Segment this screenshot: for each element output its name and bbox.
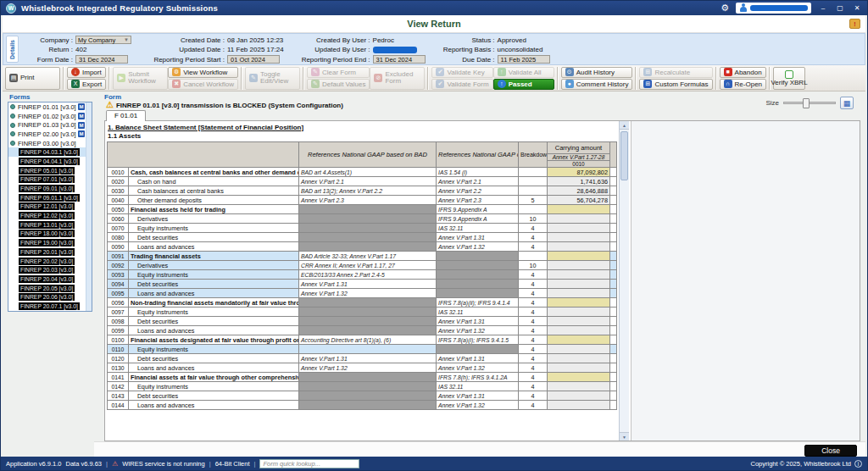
carrying-amount-cell[interactable]: [548, 391, 610, 401]
table-row: 0096Non-trading financial assets mandato…: [108, 298, 617, 308]
forms-list-item[interactable]: FINREP 09.01.1 [v3.0]: [8, 193, 86, 202]
carrying-amount-cell[interactable]: [548, 308, 610, 317]
forms-list-item[interactable]: FINREP 04.04.1 [v3.0]: [8, 157, 86, 166]
custom-formulas-button[interactable]: ⊞Custom Formulas: [639, 79, 712, 90]
reporting-period-start-field[interactable]: 01 Oct 2024: [227, 55, 280, 64]
comment-history-button[interactable]: ●Comment History: [561, 79, 633, 90]
settings-gear-icon[interactable]: ⚙: [721, 3, 729, 13]
carrying-amount-cell[interactable]: [548, 373, 610, 382]
carrying-amount-cell[interactable]: [548, 335, 610, 345]
reporting-period-end-field[interactable]: 31 Dec 2024: [373, 55, 426, 64]
breakdown-cell: 4: [519, 317, 548, 326]
view-workflow-button[interactable]: ⚙View Workflow: [168, 67, 238, 78]
carrying-amount-cell[interactable]: 28,646,888: [548, 186, 610, 196]
forms-list-item[interactable]: FINREP 04.03.1 [v3.0]: [8, 147, 86, 157]
carrying-amount-cell[interactable]: [548, 261, 610, 270]
chart-view-button[interactable]: ▦: [840, 97, 854, 109]
carrying-amount-cell[interactable]: [548, 252, 610, 261]
carrying-amount-cell[interactable]: [548, 326, 610, 335]
forms-list-item[interactable]: FINREP 07.01 [v3.0]: [8, 175, 86, 185]
form-status-dot-icon: [10, 123, 15, 128]
form-tab-f0101[interactable]: F 01.01: [106, 110, 146, 121]
carrying-amount-cell[interactable]: [548, 270, 610, 280]
forms-list-item[interactable]: FINREP 09.01 [v3.0]: [8, 184, 86, 193]
forms-list-item[interactable]: FINREP 20.06 [v3.0]: [8, 292, 86, 302]
info-icon[interactable]: i: [854, 460, 862, 468]
carrying-amount-cell[interactable]: [548, 205, 610, 214]
carrying-amount-cell[interactable]: [548, 214, 610, 224]
print-button[interactable]: ▤Print: [5, 67, 60, 90]
carrying-amount-cell[interactable]: [548, 233, 610, 242]
forms-list-item[interactable]: FINREP 20.07.1 [v3.0]: [8, 302, 86, 311]
form-date-field[interactable]: 31 Dec 2024: [75, 55, 128, 64]
forms-list-item[interactable]: FINREP 12.01 [v3.0]: [8, 202, 86, 212]
filler-cell: [610, 177, 617, 186]
company-select[interactable]: My Company▼: [75, 36, 131, 44]
forms-list-scrollbar[interactable]: [86, 103, 92, 311]
ifrs-reference-cell: [437, 261, 519, 270]
carrying-amount-cell[interactable]: [548, 345, 610, 354]
carrying-amount-cell[interactable]: [548, 224, 610, 233]
carrying-amount-cell[interactable]: [548, 298, 610, 308]
forms-list-item[interactable]: FINREP 01.02 [v3.0]M: [8, 112, 86, 121]
user-account-pill[interactable]: [736, 3, 811, 14]
breakdown-cell: [519, 177, 548, 186]
forms-list-item[interactable]: FINREP 20.01 [v3.0]: [8, 247, 86, 257]
close-window-button[interactable]: ✕: [852, 4, 862, 12]
passed-button[interactable]: ↑Passed: [493, 79, 554, 90]
forms-list-item[interactable]: FINREP 19.00 [v3.0]: [8, 238, 86, 247]
scroll-up-arrow[interactable]: ▲: [620, 121, 629, 130]
forms-list-item[interactable]: FINREP 12.02 [v3.0]: [8, 211, 86, 220]
reopen-button[interactable]: ∩Re-Open: [720, 79, 766, 90]
carrying-amount-cell[interactable]: [548, 382, 610, 391]
export-button[interactable]: XExport: [67, 79, 106, 90]
forms-list-item[interactable]: FINREP 20.03 [v3.0]: [8, 265, 86, 274]
forms-list-item[interactable]: FINREP 20.02 [v3.0]: [8, 257, 86, 266]
carrying-amount-cell[interactable]: 56,704,278: [548, 196, 610, 205]
carrying-amount-cell[interactable]: [548, 354, 610, 363]
import-button[interactable]: ↓Import: [67, 67, 106, 78]
carrying-amount-cell[interactable]: 1,741,636: [548, 177, 610, 186]
restore-button[interactable]: ▢: [835, 4, 845, 12]
minimize-button[interactable]: –: [818, 4, 828, 12]
forms-list-item[interactable]: FINREP 13.01 [v3.0]: [8, 220, 86, 230]
field-label: Updated By User :: [292, 46, 370, 53]
forms-list-item[interactable]: FINREP 02.00 [v3.0]M: [8, 130, 86, 139]
audit-history-button[interactable]: ⊙Audit History: [561, 67, 633, 78]
form-vertical-scrollbar[interactable]: ▲ ▼: [619, 121, 629, 441]
forms-list-item[interactable]: FINREP 05.01 [v3.0]: [8, 166, 86, 175]
alert-icon[interactable]: !: [849, 19, 860, 29]
close-button[interactable]: Close: [804, 445, 857, 457]
breakdown-cell: 4: [519, 280, 548, 289]
breakdown-cell: [519, 252, 548, 261]
row-code: 0099: [108, 326, 129, 335]
verify-xbrl-button[interactable]: Verify XBRL: [773, 67, 805, 90]
scroll-thumb[interactable]: [620, 131, 628, 180]
carrying-amount-cell[interactable]: [548, 363, 610, 373]
forms-list-item[interactable]: FINREP 03.00 [v3.0]: [8, 139, 86, 148]
forms-list-item[interactable]: FINREP 20.05 [v3.0]: [8, 284, 86, 293]
ifrs-reference-cell: IAS 32.11: [437, 382, 519, 391]
carrying-amount-cell[interactable]: [548, 242, 610, 252]
forms-list-item[interactable]: FINREP 01.01 [v3.0]M: [8, 103, 86, 112]
ifrs-reference-cell: IFRS 7.8(a)(ii); IFRS 9.4.1.4: [437, 298, 519, 308]
carrying-amount-cell[interactable]: [548, 401, 610, 410]
size-slider[interactable]: [783, 102, 836, 104]
details-tab[interactable]: Details: [6, 36, 19, 63]
carrying-amount-cell[interactable]: [548, 317, 610, 326]
carrying-amount-cell[interactable]: 87,092,802: [548, 168, 610, 177]
table-row: 0143Debt securitiesAnnex V.Part 1.314: [108, 391, 617, 401]
carrying-amount-cell[interactable]: [548, 280, 610, 289]
table-row: 0120Debt securitiesAnnex V.Part 1.31Anne…: [108, 354, 617, 363]
ifrs-reference-cell: Annex V.Part 2.2: [437, 186, 519, 196]
size-slider-thumb[interactable]: [803, 98, 810, 108]
due-date-field[interactable]: 11 Feb 2025: [498, 55, 550, 64]
forms-list-item[interactable]: FINREP 18.00 [v3.0]: [8, 230, 86, 239]
scroll-down-arrow[interactable]: ▼: [620, 432, 629, 441]
forms-list-item[interactable]: FINREP 01.03 [v3.0]M: [8, 120, 86, 130]
abandon-button[interactable]: ■Abandon: [720, 67, 766, 78]
toolbar-separator: [108, 67, 110, 90]
form-quick-lookup-input[interactable]: Form quick lookup...: [259, 459, 359, 468]
forms-list-item[interactable]: FINREP 20.04 [v3.0]: [8, 274, 86, 284]
carrying-amount-cell[interactable]: [548, 289, 610, 298]
